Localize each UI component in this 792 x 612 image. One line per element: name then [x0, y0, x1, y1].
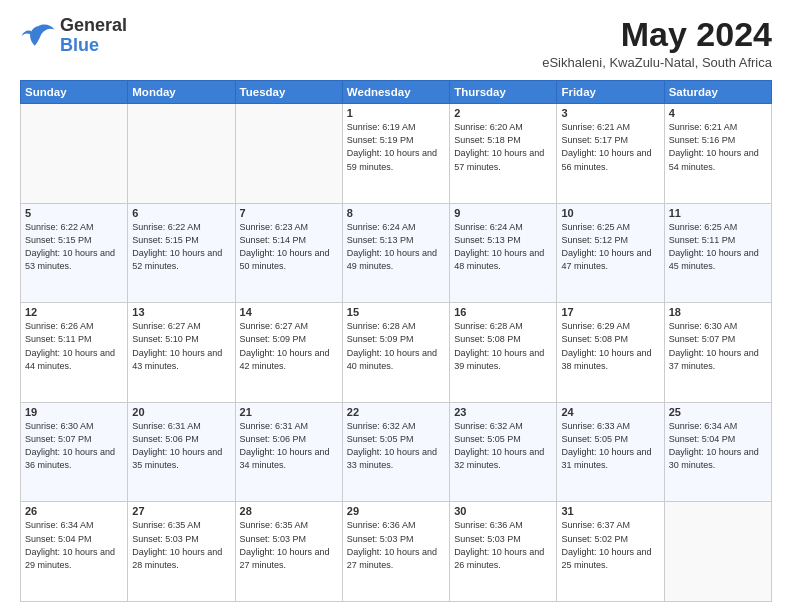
calendar-week-row: 5Sunrise: 6:22 AMSunset: 5:15 PMDaylight… [21, 203, 772, 303]
day-number: 10 [561, 207, 659, 219]
col-wednesday: Wednesday [342, 81, 449, 104]
day-number: 20 [132, 406, 230, 418]
day-number: 24 [561, 406, 659, 418]
day-number: 23 [454, 406, 552, 418]
table-row: 5Sunrise: 6:22 AMSunset: 5:15 PMDaylight… [21, 203, 128, 303]
day-info: Sunrise: 6:32 AMSunset: 5:05 PMDaylight:… [454, 420, 552, 472]
table-row: 13Sunrise: 6:27 AMSunset: 5:10 PMDayligh… [128, 303, 235, 403]
day-info: Sunrise: 6:29 AMSunset: 5:08 PMDaylight:… [561, 320, 659, 372]
day-info: Sunrise: 6:30 AMSunset: 5:07 PMDaylight:… [669, 320, 767, 372]
logo-text: General Blue [60, 15, 127, 55]
day-number: 3 [561, 107, 659, 119]
day-info: Sunrise: 6:31 AMSunset: 5:06 PMDaylight:… [132, 420, 230, 472]
day-info: Sunrise: 6:24 AMSunset: 5:13 PMDaylight:… [347, 221, 445, 273]
logo: General Blue [20, 16, 127, 56]
day-number: 13 [132, 306, 230, 318]
day-number: 27 [132, 505, 230, 517]
day-number: 29 [347, 505, 445, 517]
table-row: 20Sunrise: 6:31 AMSunset: 5:06 PMDayligh… [128, 402, 235, 502]
day-number: 25 [669, 406, 767, 418]
day-info: Sunrise: 6:36 AMSunset: 5:03 PMDaylight:… [454, 519, 552, 571]
day-info: Sunrise: 6:31 AMSunset: 5:06 PMDaylight:… [240, 420, 338, 472]
day-number: 11 [669, 207, 767, 219]
location: eSikhaleni, KwaZulu-Natal, South Africa [542, 55, 772, 70]
table-row: 15Sunrise: 6:28 AMSunset: 5:09 PMDayligh… [342, 303, 449, 403]
col-friday: Friday [557, 81, 664, 104]
day-info: Sunrise: 6:30 AMSunset: 5:07 PMDaylight:… [25, 420, 123, 472]
calendar-week-row: 26Sunrise: 6:34 AMSunset: 5:04 PMDayligh… [21, 502, 772, 602]
table-row: 24Sunrise: 6:33 AMSunset: 5:05 PMDayligh… [557, 402, 664, 502]
table-row [128, 104, 235, 204]
day-number: 8 [347, 207, 445, 219]
day-info: Sunrise: 6:21 AMSunset: 5:16 PMDaylight:… [669, 121, 767, 173]
day-info: Sunrise: 6:33 AMSunset: 5:05 PMDaylight:… [561, 420, 659, 472]
table-row: 30Sunrise: 6:36 AMSunset: 5:03 PMDayligh… [450, 502, 557, 602]
day-number: 17 [561, 306, 659, 318]
day-number: 9 [454, 207, 552, 219]
table-row: 9Sunrise: 6:24 AMSunset: 5:13 PMDaylight… [450, 203, 557, 303]
day-number: 18 [669, 306, 767, 318]
table-row: 1Sunrise: 6:19 AMSunset: 5:19 PMDaylight… [342, 104, 449, 204]
table-row: 17Sunrise: 6:29 AMSunset: 5:08 PMDayligh… [557, 303, 664, 403]
day-info: Sunrise: 6:26 AMSunset: 5:11 PMDaylight:… [25, 320, 123, 372]
table-row [664, 502, 771, 602]
day-info: Sunrise: 6:25 AMSunset: 5:11 PMDaylight:… [669, 221, 767, 273]
day-info: Sunrise: 6:22 AMSunset: 5:15 PMDaylight:… [25, 221, 123, 273]
day-number: 4 [669, 107, 767, 119]
table-row: 4Sunrise: 6:21 AMSunset: 5:16 PMDaylight… [664, 104, 771, 204]
calendar-week-row: 1Sunrise: 6:19 AMSunset: 5:19 PMDaylight… [21, 104, 772, 204]
calendar-table: Sunday Monday Tuesday Wednesday Thursday… [20, 80, 772, 602]
day-info: Sunrise: 6:36 AMSunset: 5:03 PMDaylight:… [347, 519, 445, 571]
table-row: 11Sunrise: 6:25 AMSunset: 5:11 PMDayligh… [664, 203, 771, 303]
day-info: Sunrise: 6:35 AMSunset: 5:03 PMDaylight:… [240, 519, 338, 571]
table-row: 16Sunrise: 6:28 AMSunset: 5:08 PMDayligh… [450, 303, 557, 403]
day-number: 28 [240, 505, 338, 517]
day-info: Sunrise: 6:34 AMSunset: 5:04 PMDaylight:… [669, 420, 767, 472]
table-row: 28Sunrise: 6:35 AMSunset: 5:03 PMDayligh… [235, 502, 342, 602]
day-number: 21 [240, 406, 338, 418]
calendar-week-row: 19Sunrise: 6:30 AMSunset: 5:07 PMDayligh… [21, 402, 772, 502]
day-number: 26 [25, 505, 123, 517]
table-row: 31Sunrise: 6:37 AMSunset: 5:02 PMDayligh… [557, 502, 664, 602]
day-info: Sunrise: 6:32 AMSunset: 5:05 PMDaylight:… [347, 420, 445, 472]
day-number: 22 [347, 406, 445, 418]
month-year: May 2024 [542, 16, 772, 53]
day-number: 12 [25, 306, 123, 318]
day-number: 1 [347, 107, 445, 119]
col-saturday: Saturday [664, 81, 771, 104]
day-info: Sunrise: 6:28 AMSunset: 5:08 PMDaylight:… [454, 320, 552, 372]
day-number: 7 [240, 207, 338, 219]
day-info: Sunrise: 6:25 AMSunset: 5:12 PMDaylight:… [561, 221, 659, 273]
table-row [21, 104, 128, 204]
day-number: 14 [240, 306, 338, 318]
bird-icon [20, 22, 56, 50]
table-row: 25Sunrise: 6:34 AMSunset: 5:04 PMDayligh… [664, 402, 771, 502]
col-monday: Monday [128, 81, 235, 104]
col-sunday: Sunday [21, 81, 128, 104]
day-number: 5 [25, 207, 123, 219]
day-info: Sunrise: 6:20 AMSunset: 5:18 PMDaylight:… [454, 121, 552, 173]
col-thursday: Thursday [450, 81, 557, 104]
day-info: Sunrise: 6:24 AMSunset: 5:13 PMDaylight:… [454, 221, 552, 273]
page: General Blue May 2024 eSikhaleni, KwaZul… [0, 0, 792, 612]
table-row: 23Sunrise: 6:32 AMSunset: 5:05 PMDayligh… [450, 402, 557, 502]
table-row: 18Sunrise: 6:30 AMSunset: 5:07 PMDayligh… [664, 303, 771, 403]
table-row: 29Sunrise: 6:36 AMSunset: 5:03 PMDayligh… [342, 502, 449, 602]
day-number: 19 [25, 406, 123, 418]
header: General Blue May 2024 eSikhaleni, KwaZul… [20, 16, 772, 70]
day-info: Sunrise: 6:22 AMSunset: 5:15 PMDaylight:… [132, 221, 230, 273]
table-row: 27Sunrise: 6:35 AMSunset: 5:03 PMDayligh… [128, 502, 235, 602]
calendar-header-row: Sunday Monday Tuesday Wednesday Thursday… [21, 81, 772, 104]
table-row: 21Sunrise: 6:31 AMSunset: 5:06 PMDayligh… [235, 402, 342, 502]
day-info: Sunrise: 6:35 AMSunset: 5:03 PMDaylight:… [132, 519, 230, 571]
table-row: 8Sunrise: 6:24 AMSunset: 5:13 PMDaylight… [342, 203, 449, 303]
day-info: Sunrise: 6:19 AMSunset: 5:19 PMDaylight:… [347, 121, 445, 173]
table-row: 19Sunrise: 6:30 AMSunset: 5:07 PMDayligh… [21, 402, 128, 502]
day-info: Sunrise: 6:28 AMSunset: 5:09 PMDaylight:… [347, 320, 445, 372]
day-info: Sunrise: 6:27 AMSunset: 5:09 PMDaylight:… [240, 320, 338, 372]
day-number: 15 [347, 306, 445, 318]
day-info: Sunrise: 6:27 AMSunset: 5:10 PMDaylight:… [132, 320, 230, 372]
table-row: 26Sunrise: 6:34 AMSunset: 5:04 PMDayligh… [21, 502, 128, 602]
day-number: 6 [132, 207, 230, 219]
table-row: 3Sunrise: 6:21 AMSunset: 5:17 PMDaylight… [557, 104, 664, 204]
